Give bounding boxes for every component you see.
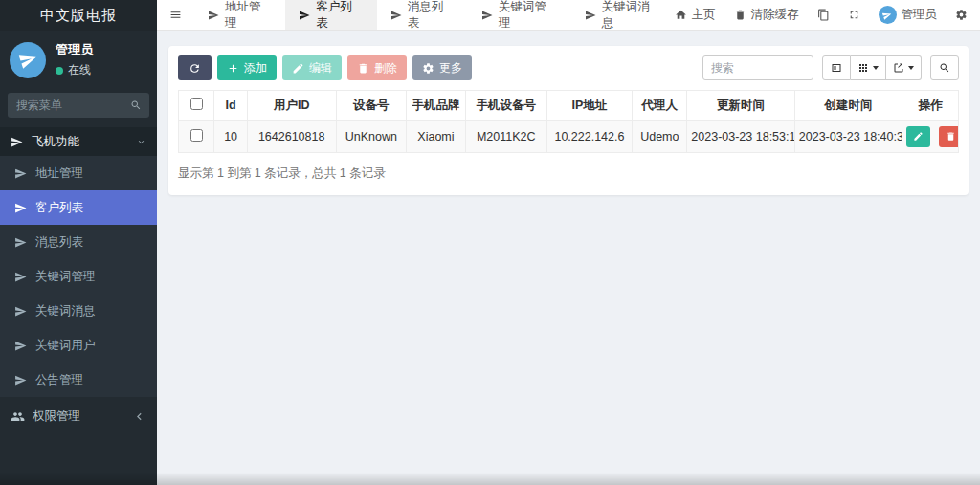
main-area: 地址管理 客户列表 消息列表 关键词管理 关键词消息 主页 清除缓存: [157, 0, 980, 485]
edit-button[interactable]: 编辑: [282, 55, 342, 80]
cell-ip: 10.222.142.6: [546, 121, 633, 153]
clear-cache-button[interactable]: 清除缓存: [734, 7, 799, 23]
add-button[interactable]: 添加: [217, 55, 277, 80]
tab-keyword-messages[interactable]: 关键词消息: [571, 0, 675, 30]
cell-id: 10: [214, 121, 247, 153]
column-header-agent: 代理人: [633, 91, 687, 121]
user-info: 管理员 在线: [56, 41, 93, 78]
table-toolbar: 添加 编辑 删除 更多: [178, 55, 959, 80]
search-icon: [130, 99, 142, 111]
more-button[interactable]: 更多: [412, 55, 472, 80]
plane-icon: [14, 374, 27, 386]
refresh-button[interactable]: [178, 55, 212, 80]
delete-button-label: 删除: [374, 60, 397, 77]
user-status-label: 在线: [68, 62, 91, 78]
sidebar-item-customer-list[interactable]: 客户列表: [0, 190, 157, 225]
search-submit-button[interactable]: [930, 55, 959, 80]
row-checkbox[interactable]: [190, 129, 203, 142]
copy-pages-icon: [817, 9, 830, 21]
sidebar-item-label: 关键词用户: [35, 338, 96, 354]
telegram-plane-icon: [881, 9, 894, 21]
column-header-device: 设备号: [336, 91, 406, 121]
refresh-icon: [189, 62, 201, 75]
columns-dropdown-button[interactable]: [851, 55, 886, 80]
sidebar-item-label: 消息列表: [35, 234, 83, 251]
toolbar-right: [702, 55, 959, 80]
sidebar-submenu: 地址管理 客户列表 消息列表 关键词管理 关键词消息 关键词用户 公告管理: [0, 156, 157, 397]
sidebar-item-keyword-users[interactable]: 关键词用户: [0, 328, 157, 363]
navbar-right: 主页 清除缓存 管理员: [675, 0, 980, 30]
cell-user-id: 1642610818: [247, 121, 336, 153]
trash-icon: [734, 9, 746, 21]
column-header-id: Id: [214, 91, 247, 121]
column-header-brand: 手机品牌: [406, 91, 465, 121]
caret-down-icon: [873, 66, 879, 70]
settings-menu[interactable]: [955, 9, 968, 21]
tab-message-list[interactable]: 消息列表: [377, 0, 468, 30]
pagination-summary: 显示第 1 到第 1 条记录，总共 1 条记录: [178, 165, 959, 182]
sidebar-item-announcement-management[interactable]: 公告管理: [0, 363, 157, 397]
delete-button[interactable]: 删除: [347, 55, 407, 80]
plus-icon: [227, 62, 239, 75]
table-search-input[interactable]: [702, 55, 813, 80]
tab-label: 关键词消息: [602, 0, 661, 32]
export-dropdown-button[interactable]: [886, 55, 922, 80]
cell-created: 2023-03-23 18:40:34: [794, 121, 902, 153]
sidebar-item-address-management[interactable]: 地址管理: [0, 156, 157, 190]
chevron-left-icon: [132, 409, 146, 424]
sidebar: 中文版电报 管理员 在线 飞机功能 地址管理 客户列表: [0, 0, 157, 485]
plane-icon: [14, 236, 27, 249]
sidebar-toggle-button[interactable]: [157, 0, 194, 30]
hamburger-icon: [169, 9, 182, 21]
plane-icon: [14, 167, 27, 180]
plane-icon: [14, 305, 27, 318]
cell-brand: Xiaomi: [406, 121, 465, 153]
sidebar-item-keyword-management[interactable]: 关键词管理: [0, 259, 157, 294]
home-label: 主页: [692, 7, 716, 23]
tab-customer-list[interactable]: 客户列表: [285, 0, 376, 30]
add-button-label: 添加: [244, 60, 267, 77]
table-header-row: Id 用户ID 设备号 手机品牌 手机设备号 IP地址 代理人 更新时间 创建时…: [179, 91, 959, 121]
home-icon: [675, 9, 687, 21]
cell-updated: 2023-03-23 18:53:11: [687, 121, 794, 153]
row-edit-button[interactable]: [906, 126, 930, 147]
user-menu[interactable]: 管理员: [879, 6, 938, 24]
fullscreen-button[interactable]: [848, 9, 860, 21]
row-delete-button[interactable]: [939, 126, 959, 147]
sidebar-group-label: 飞机功能: [32, 134, 79, 150]
sidebar-search-input[interactable]: [8, 93, 149, 118]
refresh-tab-button[interactable]: [817, 9, 830, 21]
gear-icon: [422, 62, 434, 75]
plane-icon: [11, 136, 23, 148]
tab-keyword-management[interactable]: 关键词管理: [468, 0, 571, 30]
sidebar-group-permission-management[interactable]: 权限管理: [0, 400, 157, 432]
select-all-header: [179, 91, 214, 121]
telegram-plane-icon: [16, 49, 39, 72]
sidebar-item-message-list[interactable]: 消息列表: [0, 225, 157, 259]
home-link[interactable]: 主页: [675, 7, 716, 23]
customer-list-card: 添加 编辑 删除 更多: [168, 46, 969, 195]
sidebar-group-plane-functions[interactable]: 飞机功能: [0, 127, 157, 156]
plane-icon: [390, 10, 402, 21]
online-dot-icon: [56, 67, 63, 75]
plane-icon: [14, 340, 27, 352]
cell-agent: Udemo: [633, 121, 687, 153]
avatar: [879, 6, 897, 24]
pencil-icon: [913, 131, 924, 142]
user-status: 在线: [56, 62, 93, 78]
select-all-checkbox[interactable]: [190, 98, 203, 110]
view-button-group: [822, 55, 922, 80]
plane-icon: [208, 10, 219, 21]
sidebar-search: [8, 93, 149, 118]
search-icon: [939, 62, 950, 74]
table-search: [702, 55, 813, 80]
sidebar-item-label: 客户列表: [35, 200, 83, 216]
tab-address-management[interactable]: 地址管理: [194, 0, 285, 30]
plane-icon: [481, 10, 493, 21]
chevron-down-icon: [136, 137, 146, 147]
toggle-view-button[interactable]: [822, 55, 851, 80]
sidebar-group-label: 权限管理: [33, 408, 80, 425]
user-panel: 管理员 在线: [0, 31, 157, 87]
columns-grid-icon: [858, 62, 869, 74]
sidebar-item-keyword-messages[interactable]: 关键词消息: [0, 294, 157, 328]
